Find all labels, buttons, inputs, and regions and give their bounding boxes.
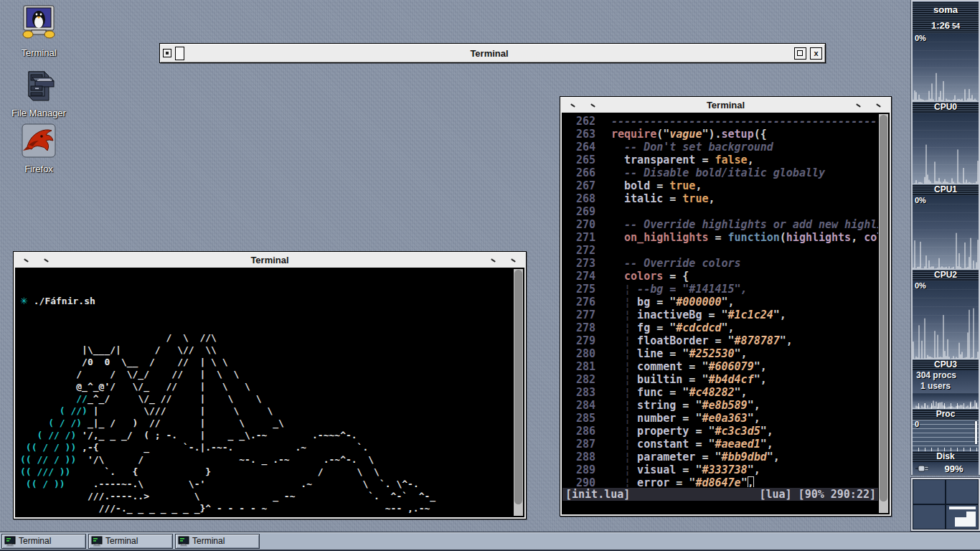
taskbar-button-label: Terminal [105,536,138,546]
window-menu-button[interactable] [163,49,171,57]
cpu0-label-bar: CPU0 [913,102,979,113]
maximize-icon[interactable] [794,47,806,60]
window-title: Terminal [188,48,791,59]
terminal-mini-icon [178,536,189,547]
scrollbar-thumb[interactable] [880,115,887,501]
ascii-dragon-art: / \ //\ |\___/| / \// \\ /0 0 \__ / // |… [20,331,511,517]
pager-window [966,512,976,527]
taskbar-button-terminal-1[interactable]: Terminal [1,534,86,549]
titlebar-tick-icon [856,103,861,108]
taskbar-button-terminal-2[interactable]: Terminal [88,534,173,549]
system-monitor-panel[interactable]: soma 1:2654 0% CPU0 CPU1 0% CPU2 0% CPU3… [911,0,980,475]
shaded-terminal-window[interactable]: Terminal x [159,43,826,63]
desktop-pager[interactable] [911,478,980,531]
desktop-icon-label: Terminal [7,47,70,58]
window-shade-button[interactable] [175,47,184,60]
clock-time: 1:26 [931,20,950,31]
command-text: ./Fáfnir.sh [34,296,95,306]
cpu2-load-value: 0% [915,196,926,204]
window-titlebar[interactable]: Terminal [15,253,524,267]
proc-count: 304 procs [916,370,979,381]
statusline-filename: [init.lua] [565,488,630,501]
disk-label-bar: Disk [913,451,979,462]
window-title: Terminal [250,255,288,265]
desktop-icon-terminal[interactable]: Terminal [7,4,70,58]
proc-label-bar: Proc [913,409,979,420]
cpu3-load-value: 0% [915,281,926,290]
hostname-bar: soma [913,1,979,19]
users-count: 1 users [916,381,979,392]
titlebar-tick-icon [511,258,516,263]
desktop-icon-label: Firefox [7,164,70,174]
window-titlebar[interactable]: Terminal [562,98,890,112]
ascii-terminal-window: Terminal ✳ ./Fáfnir.sh / \ //\ |\___/| /… [13,251,527,519]
titlebar-tick-icon [570,103,575,108]
taskbar-button-label: Terminal [192,536,225,546]
command-line: ✳ ./Fáfnir.sh [20,295,511,307]
terminal-output-area[interactable]: ✳ ./Fáfnir.sh / \ //\ |\___/| / \// \\ /… [15,268,524,517]
cpu3-chart: 0% [913,281,979,359]
cpu1-label-bar: CPU1 [913,184,979,195]
terminal-mini-icon [4,536,16,547]
taskbar: Terminal Terminal Terminal [0,532,980,551]
close-icon[interactable]: x [810,47,822,60]
desktop-icon-firefox[interactable]: Firefox [7,122,70,174]
pager-window [955,517,966,527]
cpu2-label-bar: CPU2 [913,270,979,281]
titlebar-tick-icon [876,103,881,108]
power-meter: 99% [913,462,979,475]
titlebar-tick-icon [491,258,496,263]
desktop-icon-label: File Manager [7,108,70,118]
file-cabinet-icon [20,66,57,106]
proc-chart-ticks [913,403,979,409]
firefox-dragon-icon [20,122,57,162]
disk-chart-ticks [913,448,979,451]
clock-seconds: 54 [952,22,960,30]
pager-desktop-3[interactable] [913,505,945,529]
power-plug-icon [915,464,929,473]
desktop-icon-file-manager[interactable]: File Manager [7,66,70,118]
terminal-monitor-penguin-icon [20,4,57,46]
editor-area[interactable]: 262-------------------------------------… [562,113,890,514]
vim-statusline: [init.lua] [lua] [90% 290:22] [562,488,879,501]
cpu2-chart: 0% [913,195,979,270]
cpu3-label-bar: CPU3 [913,359,979,370]
pager-desktop-2[interactable] [946,480,978,504]
prompt-star-icon: ✳ [20,296,28,306]
editor-terminal-window: Terminal 262----------------------------… [560,96,892,517]
proc-chart [913,393,979,409]
proc-stats: 304 procs 1 users [913,370,979,393]
desktop: { "desktop": { "icons": [ {"label": "Ter… [0,0,980,551]
clock: 1:2654 [913,19,979,33]
titlebar-tick-icon [44,258,49,263]
battery-percent: 99% [929,463,979,474]
disk-chart: 0 [913,420,979,451]
taskbar-button-terminal-3[interactable]: Terminal [175,534,260,549]
titlebar-tick-icon [24,258,29,263]
vim-cmdline [562,501,879,514]
titlebar-tick-icon [590,103,595,108]
statusline-position: [lua] [90% 290:22] [759,488,876,501]
scrollbar[interactable] [878,114,888,513]
cpu0-chart: 0% [913,33,979,102]
taskbar-button-label: Terminal [19,536,51,546]
scrollbar[interactable] [513,269,523,516]
terminal-text: ✳ ./Fáfnir.sh / \ //\ |\___/| / \// \\ /… [16,268,524,517]
scrollbar-thumb[interactable] [514,270,522,504]
cpu1-chart [913,113,979,184]
pager-desktop-4-active[interactable] [946,505,978,529]
window-title: Terminal [707,100,745,110]
pager-window [949,507,976,509]
disk-krell-slider [975,421,977,444]
terminal-mini-icon [91,536,103,547]
code-buffer[interactable]: 262-------------------------------------… [562,115,879,487]
pager-desktop-1[interactable] [913,480,945,504]
disk-zero-value: 0 [915,420,919,428]
cpu0-load-value: 0% [915,34,926,42]
